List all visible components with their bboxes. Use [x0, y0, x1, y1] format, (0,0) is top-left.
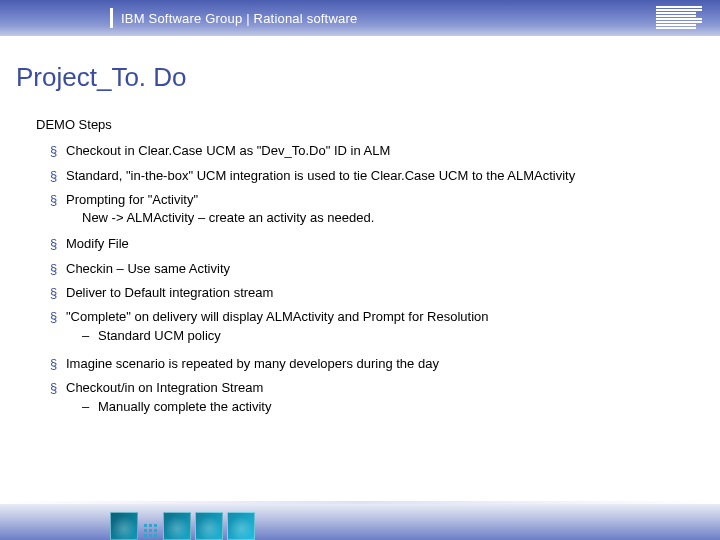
list-item: "Complete" on delivery will display ALMA… [50, 305, 720, 352]
list-item-dash-sub: Manually complete the activity [66, 396, 720, 418]
ibm-logo-icon [656, 6, 702, 29]
banner-separator [110, 8, 113, 28]
list-item: Checkout in Clear.Case UCM as "Dev_To.Do… [50, 139, 720, 163]
list-item: Imagine scenario is repeated by many dev… [50, 352, 720, 376]
footer-decor [110, 512, 255, 540]
list-item-text: "Complete" on delivery will display ALMA… [66, 309, 489, 324]
list-item-dash-sub: Standard UCM policy [66, 325, 720, 347]
list-item: Checkout/in on Integration Stream Manual… [50, 376, 720, 423]
footer-tile-icon [227, 512, 255, 540]
list-item-text: Checkout/in on Integration Stream [66, 380, 263, 395]
list-item-text: Checkout in Clear.Case UCM as "Dev_To.Do… [66, 143, 390, 158]
footer-bar [0, 504, 720, 540]
list-item: Checkin – Use same Activity [50, 257, 720, 281]
list-item-subline: New -> ALMActivity – create an activity … [66, 208, 720, 228]
list-item-text: Standard, "in-the-box" UCM integration i… [66, 168, 575, 183]
list-item: Modify File [50, 232, 720, 256]
top-banner: IBM Software Group | Rational software [0, 0, 720, 36]
content-area: DEMO Steps Checkout in Clear.Case UCM as… [36, 117, 720, 422]
list-item-text: Modify File [66, 236, 129, 251]
footer-dots-icon [144, 524, 157, 537]
list-item: Prompting for "Activity" New -> ALMActiv… [50, 188, 720, 233]
list-item-text: Imagine scenario is repeated by many dev… [66, 356, 439, 371]
list-item-text: Prompting for "Activity" [66, 192, 198, 207]
list-item-text: Checkin – Use same Activity [66, 261, 230, 276]
list-item: Standard, "in-the-box" UCM integration i… [50, 164, 720, 188]
banner-title: IBM Software Group | Rational software [121, 11, 357, 26]
content-heading: DEMO Steps [36, 117, 720, 133]
footer-tile-icon [163, 512, 191, 540]
footer-tile-icon [195, 512, 223, 540]
footer-tile-icon [110, 512, 138, 540]
list-item-text: Deliver to Default integration stream [66, 285, 273, 300]
bullet-list: Checkout in Clear.Case UCM as "Dev_To.Do… [50, 139, 720, 422]
list-item: Deliver to Default integration stream [50, 281, 720, 305]
slide-title: Project_To. Do [16, 62, 720, 93]
